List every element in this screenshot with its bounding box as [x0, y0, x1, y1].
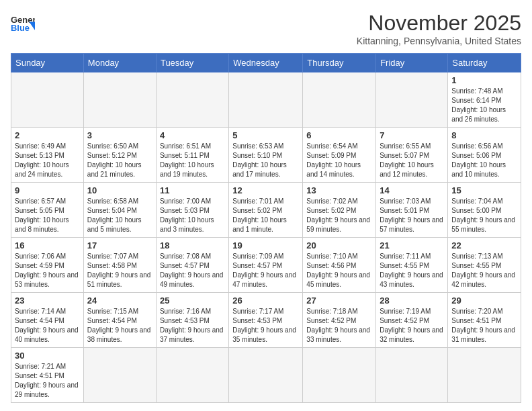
calendar-day-cell: 8Sunrise: 6:56 AM Sunset: 5:06 PM Daylig…	[448, 128, 521, 183]
svg-text:Blue: Blue	[11, 23, 30, 33]
day-info: Sunrise: 7:03 AM Sunset: 5:01 PM Dayligh…	[380, 197, 444, 234]
day-info: Sunrise: 7:13 AM Sunset: 4:55 PM Dayligh…	[451, 252, 517, 289]
weekday-header: Tuesday	[156, 54, 228, 73]
calendar-day-cell: 6Sunrise: 6:54 AM Sunset: 5:09 PM Daylig…	[303, 128, 376, 183]
day-number: 14	[380, 185, 444, 195]
calendar-day-cell: 20Sunrise: 7:10 AM Sunset: 4:56 PM Dayli…	[303, 238, 376, 293]
calendar-day-cell: 5Sunrise: 6:53 AM Sunset: 5:10 PM Daylig…	[229, 128, 303, 183]
day-number: 26	[232, 295, 299, 306]
day-info: Sunrise: 7:09 AM Sunset: 4:57 PM Dayligh…	[232, 252, 299, 289]
calendar-day-cell: 18Sunrise: 7:08 AM Sunset: 4:57 PM Dayli…	[156, 238, 228, 293]
day-number: 22	[451, 240, 517, 250]
day-info: Sunrise: 7:01 AM Sunset: 5:02 PM Dayligh…	[232, 197, 299, 234]
weekday-header: Saturday	[448, 54, 521, 73]
calendar-day-cell: 25Sunrise: 7:16 AM Sunset: 4:53 PM Dayli…	[156, 293, 228, 348]
calendar-day-cell	[156, 73, 228, 128]
weekday-header-row: SundayMondayTuesdayWednesdayThursdayFrid…	[11, 54, 521, 73]
weekday-header: Sunday	[11, 54, 84, 73]
calendar-table: SundayMondayTuesdayWednesdayThursdayFrid…	[11, 53, 521, 403]
calendar-day-cell	[303, 348, 376, 403]
calendar-day-cell: 26Sunrise: 7:17 AM Sunset: 4:53 PM Dayli…	[229, 293, 303, 348]
calendar-day-cell: 15Sunrise: 7:04 AM Sunset: 5:00 PM Dayli…	[448, 183, 521, 238]
calendar-week-row: 30Sunrise: 7:21 AM Sunset: 4:51 PM Dayli…	[11, 348, 521, 403]
day-number: 13	[306, 185, 372, 195]
day-number: 10	[87, 185, 152, 195]
day-number: 30	[15, 351, 80, 361]
day-info: Sunrise: 7:02 AM Sunset: 5:02 PM Dayligh…	[306, 197, 372, 234]
day-number: 7	[380, 130, 444, 140]
day-number: 2	[15, 130, 80, 140]
day-info: Sunrise: 7:17 AM Sunset: 4:53 PM Dayligh…	[232, 307, 299, 345]
calendar-week-row: 9Sunrise: 6:57 AM Sunset: 5:05 PM Daylig…	[11, 183, 521, 238]
calendar-day-cell	[448, 348, 521, 403]
day-number: 23	[15, 295, 80, 306]
calendar-day-cell: 17Sunrise: 7:07 AM Sunset: 4:58 PM Dayli…	[83, 238, 156, 293]
calendar-day-cell: 3Sunrise: 6:50 AM Sunset: 5:12 PM Daylig…	[83, 128, 156, 183]
calendar-day-cell: 10Sunrise: 6:58 AM Sunset: 5:04 PM Dayli…	[83, 183, 156, 238]
day-number: 19	[232, 240, 299, 250]
calendar-day-cell: 22Sunrise: 7:13 AM Sunset: 4:55 PM Dayli…	[448, 238, 521, 293]
day-info: Sunrise: 6:58 AM Sunset: 5:04 PM Dayligh…	[87, 197, 152, 234]
day-info: Sunrise: 7:08 AM Sunset: 4:57 PM Dayligh…	[160, 252, 225, 289]
day-number: 21	[380, 240, 444, 250]
day-info: Sunrise: 6:51 AM Sunset: 5:11 PM Dayligh…	[160, 142, 225, 179]
day-info: Sunrise: 7:11 AM Sunset: 4:55 PM Dayligh…	[380, 252, 444, 289]
weekday-header: Friday	[376, 54, 448, 73]
day-info: Sunrise: 7:06 AM Sunset: 4:59 PM Dayligh…	[15, 252, 80, 289]
day-info: Sunrise: 7:48 AM Sunset: 6:14 PM Dayligh…	[451, 87, 517, 124]
weekday-header: Monday	[83, 54, 156, 73]
calendar-day-cell: 23Sunrise: 7:14 AM Sunset: 4:54 PM Dayli…	[11, 293, 84, 348]
logo: General Blue	[11, 11, 35, 35]
day-info: Sunrise: 7:14 AM Sunset: 4:54 PM Dayligh…	[15, 307, 80, 345]
calendar-day-cell: 14Sunrise: 7:03 AM Sunset: 5:01 PM Dayli…	[376, 183, 448, 238]
calendar-day-cell: 1Sunrise: 7:48 AM Sunset: 6:14 PM Daylig…	[448, 73, 521, 128]
day-info: Sunrise: 7:19 AM Sunset: 4:52 PM Dayligh…	[380, 307, 444, 345]
day-info: Sunrise: 7:15 AM Sunset: 4:54 PM Dayligh…	[87, 307, 152, 345]
calendar-day-cell: 2Sunrise: 6:49 AM Sunset: 5:13 PM Daylig…	[11, 128, 84, 183]
calendar-day-cell: 11Sunrise: 7:00 AM Sunset: 5:03 PM Dayli…	[156, 183, 228, 238]
calendar-day-cell: 12Sunrise: 7:01 AM Sunset: 5:02 PM Dayli…	[229, 183, 303, 238]
calendar-day-cell	[229, 73, 303, 128]
day-number: 24	[87, 295, 152, 306]
day-number: 9	[15, 185, 80, 195]
calendar-day-cell	[376, 348, 448, 403]
location-title: Kittanning, Pennsylvania, United States	[357, 36, 521, 46]
calendar-day-cell: 13Sunrise: 7:02 AM Sunset: 5:02 PM Dayli…	[303, 183, 376, 238]
weekday-header: Wednesday	[229, 54, 303, 73]
day-number: 3	[87, 130, 152, 140]
page-header: General Blue November 2025 Kittanning, P…	[11, 11, 521, 46]
day-number: 5	[232, 130, 299, 140]
calendar-week-row: 1Sunrise: 7:48 AM Sunset: 6:14 PM Daylig…	[11, 73, 521, 128]
day-info: Sunrise: 7:07 AM Sunset: 4:58 PM Dayligh…	[87, 252, 152, 289]
day-info: Sunrise: 6:49 AM Sunset: 5:13 PM Dayligh…	[15, 142, 80, 179]
day-number: 6	[306, 130, 372, 140]
day-number: 16	[15, 240, 80, 250]
day-number: 8	[451, 130, 517, 140]
day-info: Sunrise: 6:57 AM Sunset: 5:05 PM Dayligh…	[15, 197, 80, 234]
calendar-day-cell: 28Sunrise: 7:19 AM Sunset: 4:52 PM Dayli…	[376, 293, 448, 348]
calendar-day-cell	[229, 348, 303, 403]
day-number: 12	[232, 185, 299, 195]
day-info: Sunrise: 7:20 AM Sunset: 4:51 PM Dayligh…	[451, 307, 517, 345]
calendar-week-row: 16Sunrise: 7:06 AM Sunset: 4:59 PM Dayli…	[11, 238, 521, 293]
day-number: 28	[380, 295, 444, 306]
calendar-day-cell	[83, 73, 156, 128]
calendar-day-cell: 16Sunrise: 7:06 AM Sunset: 4:59 PM Dayli…	[11, 238, 84, 293]
day-number: 25	[160, 295, 225, 306]
day-info: Sunrise: 7:16 AM Sunset: 4:53 PM Dayligh…	[160, 307, 225, 345]
day-number: 15	[451, 185, 517, 195]
calendar-day-cell	[83, 348, 156, 403]
day-info: Sunrise: 6:56 AM Sunset: 5:06 PM Dayligh…	[451, 142, 517, 179]
calendar-day-cell: 24Sunrise: 7:15 AM Sunset: 4:54 PM Dayli…	[83, 293, 156, 348]
calendar-day-cell: 21Sunrise: 7:11 AM Sunset: 4:55 PM Dayli…	[376, 238, 448, 293]
calendar-day-cell: 27Sunrise: 7:18 AM Sunset: 4:52 PM Dayli…	[303, 293, 376, 348]
month-title: November 2025	[357, 11, 521, 36]
calendar-day-cell: 4Sunrise: 6:51 AM Sunset: 5:11 PM Daylig…	[156, 128, 228, 183]
calendar-day-cell	[376, 73, 448, 128]
day-number: 11	[160, 185, 225, 195]
calendar-day-cell: 9Sunrise: 6:57 AM Sunset: 5:05 PM Daylig…	[11, 183, 84, 238]
calendar-day-cell: 29Sunrise: 7:20 AM Sunset: 4:51 PM Dayli…	[448, 293, 521, 348]
day-info: Sunrise: 6:54 AM Sunset: 5:09 PM Dayligh…	[306, 142, 372, 179]
day-number: 4	[160, 130, 225, 140]
day-info: Sunrise: 7:00 AM Sunset: 5:03 PM Dayligh…	[160, 197, 225, 234]
